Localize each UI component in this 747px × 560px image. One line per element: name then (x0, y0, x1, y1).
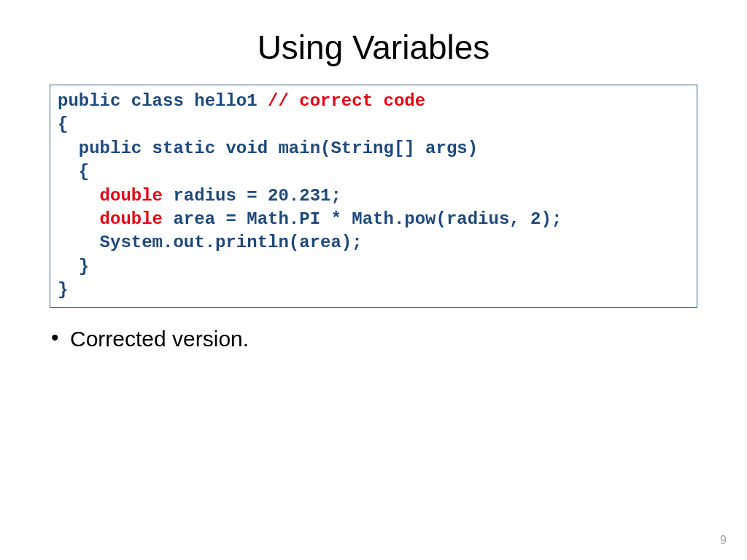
code-text: } (58, 257, 89, 276)
code-text: radius = 20.231; (173, 186, 341, 206)
code-text (58, 186, 100, 206)
code-block: public class hello1 // correct code { pu… (50, 85, 697, 308)
code-text: System.out.println(area); (58, 233, 363, 252)
code-text: public class hello1 (58, 91, 268, 111)
code-comment: // correct code (268, 91, 425, 111)
bullet-item: Corrected version. (44, 327, 703, 351)
code-keyword: double (100, 186, 174, 206)
code-keyword: double (100, 209, 174, 229)
page-number: 9 (720, 534, 727, 547)
code-text: area = Math.PI * Math.pow(radius, 2); (173, 209, 562, 229)
code-text (58, 209, 100, 229)
code-text: { (58, 162, 89, 182)
code-text: } (58, 280, 68, 300)
code-text: { (58, 114, 68, 134)
code-text: public static void main(String[] args) (58, 139, 478, 158)
bullet-list: Corrected version. (44, 327, 703, 351)
slide: Using Variables public class hello1 // c… (0, 0, 747, 560)
slide-title: Using Variables (44, 28, 703, 67)
